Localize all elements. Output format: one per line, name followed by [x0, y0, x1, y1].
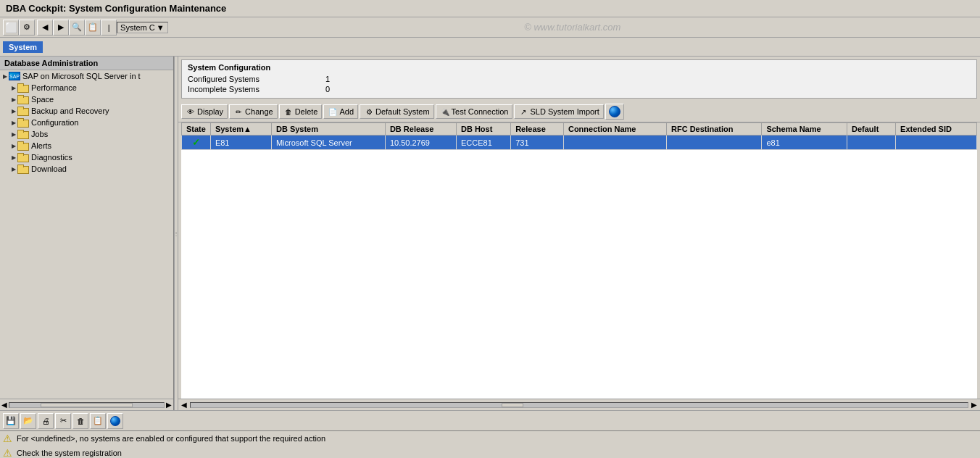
- col-release: Release: [511, 123, 564, 136]
- app-title: DBA Cockpit: System Configuration Mainte…: [6, 3, 226, 14]
- check-icon: ✓: [192, 137, 200, 148]
- col-db-release: DB Release: [385, 123, 456, 136]
- toolbar-btn-4[interactable]: 📋: [85, 20, 101, 36]
- change-icon: ✏: [233, 107, 244, 117]
- col-rfc-dest: RFC Destination: [666, 123, 761, 136]
- system-combo-label: System C: [120, 23, 155, 32]
- bottom-btn-globe[interactable]: [107, 413, 123, 429]
- sidebar-item-sap[interactable]: ▶ SAP SAP on Microsoft SQL Server in t: [0, 70, 173, 82]
- folder-icon-diag: [17, 153, 29, 162]
- add-button[interactable]: 📄 Add: [323, 104, 358, 119]
- toolbar-top: ⬜ ⚙ ◀ ▶ 🔍 📋 | System C ▼ © www.tutorialk…: [0, 17, 980, 38]
- toolbar-btn-2[interactable]: ⚙: [19, 20, 35, 36]
- toolbar-btn-nav2[interactable]: ▶: [53, 20, 69, 36]
- sidebar-item-diagnostics[interactable]: ▶ Diagnostics: [0, 151, 173, 163]
- warning-icon-1: ⚠: [3, 433, 12, 444]
- configured-label: Configured Systems: [188, 75, 318, 83]
- folder-icon-backup: [17, 107, 29, 115]
- content-area: System Configuration Configured Systems …: [178, 57, 980, 410]
- bottom-btn-paste[interactable]: 📋: [90, 413, 106, 429]
- display-icon: 👁: [186, 107, 196, 117]
- col-db-system: DB System: [271, 123, 385, 136]
- sidebar-item-config[interactable]: ▶ Configuration: [0, 117, 173, 128]
- toolbar-btn-3[interactable]: 🔍: [69, 20, 85, 36]
- globe-button[interactable]: [605, 104, 624, 120]
- arrow-icon-space: ▶: [12, 96, 16, 103]
- table-row[interactable]: ✓ E81 Microsoft SQL Server 10.50.2769 EC…: [182, 136, 977, 150]
- delete-button[interactable]: 🗑 Delete: [279, 104, 323, 119]
- default-system-button[interactable]: ⚙ Default System: [360, 104, 434, 119]
- main-layout: Database Administration ▶ SAP SAP on Mic…: [0, 57, 980, 410]
- col-db-host: DB Host: [456, 123, 510, 136]
- change-button[interactable]: ✏ Change: [229, 104, 278, 119]
- toolbar-btn-1[interactable]: ⬜: [3, 20, 19, 36]
- sidebar-item-label-perf: Performance: [31, 83, 77, 92]
- sidebar-item-backup[interactable]: ▶ Backup and Recovery: [0, 105, 173, 117]
- scroll-thumb[interactable]: [502, 403, 523, 407]
- bottom-btn-open[interactable]: 📂: [20, 413, 36, 429]
- sidebar-scroll-left[interactable]: ◀: [1, 401, 7, 409]
- system-combo[interactable]: System C ▼: [117, 22, 168, 33]
- scroll-left-arrow[interactable]: ◀: [180, 401, 188, 409]
- folder-icon-jobs: [17, 130, 29, 138]
- delete-label: Delete: [295, 107, 318, 116]
- cell-system: E81: [210, 136, 271, 150]
- bottom-btn-cut[interactable]: ✂: [55, 413, 71, 429]
- system-combo-arrow[interactable]: ▼: [157, 23, 165, 32]
- sidebar-nav: ▶ SAP SAP on Microsoft SQL Server in t ▶…: [0, 70, 173, 399]
- sidebar-item-performance[interactable]: ▶ Performance: [0, 82, 173, 93]
- change-label: Change: [245, 107, 273, 116]
- arrow-icon-backup: ▶: [12, 108, 16, 114]
- sidebar-item-label-alerts: Alerts: [31, 141, 51, 150]
- sidebar-bottom-scroll: ◀ ▶: [0, 399, 173, 410]
- add-icon: 📄: [328, 107, 338, 117]
- col-schema-name: Schema Name: [762, 123, 847, 136]
- cell-extended-sid: [896, 136, 977, 150]
- folder-icon-alerts: [17, 141, 29, 150]
- bottom-btn-save[interactable]: 💾: [3, 413, 19, 429]
- sidebar-item-alerts[interactable]: ▶ Alerts: [0, 140, 173, 151]
- sidebar-item-label-sap: SAP on Microsoft SQL Server in t: [22, 72, 141, 80]
- status-bar: ⚠ For <undefined>, no systems are enable…: [0, 430, 980, 458]
- test-conn-icon: 🔌: [440, 107, 450, 117]
- sidebar-item-label-backup: Backup and Recovery: [31, 107, 109, 115]
- folder-icon-space: [17, 95, 29, 104]
- sidebar-item-label-config: Configuration: [31, 118, 78, 127]
- sidebar-item-jobs[interactable]: ▶ Jobs: [0, 128, 173, 140]
- toolbar-btn-nav1[interactable]: ◀: [37, 20, 53, 36]
- arrow-icon-alerts: ▶: [12, 143, 16, 149]
- system-tab[interactable]: System: [3, 41, 43, 53]
- warning-icon-2: ⚠: [3, 447, 12, 458]
- sld-import-button[interactable]: ↗ SLD System Import: [514, 104, 603, 119]
- bottom-btn-delete[interactable]: 🗑: [72, 413, 88, 429]
- display-button[interactable]: 👁 Display: [181, 104, 228, 119]
- sidebar-item-space[interactable]: ▶ Space: [0, 93, 173, 105]
- title-bar: DBA Cockpit: System Configuration Mainte…: [0, 0, 980, 17]
- toolbar-btn-5[interactable]: |: [101, 20, 117, 36]
- scroll-track[interactable]: [190, 402, 968, 408]
- config-row-configured: Configured Systems 1: [188, 75, 971, 83]
- content-h-scroll: ◀ ▶: [178, 399, 980, 410]
- status-row-1: ⚠ For <undefined>, no systems are enable…: [0, 431, 980, 446]
- arrow-icon-perf: ▶: [12, 85, 16, 91]
- config-panel: System Configuration Configured Systems …: [181, 59, 977, 99]
- sidebar-scroll-right[interactable]: ▶: [166, 401, 172, 409]
- cell-connection-name: [563, 136, 666, 150]
- cell-db-release: 10.50.2769: [385, 136, 456, 150]
- test-connection-button[interactable]: 🔌 Test Connection: [436, 104, 513, 119]
- scroll-right-arrow[interactable]: ▶: [970, 401, 979, 409]
- table-container[interactable]: State System▲ DB System DB Release DB Ho…: [181, 122, 977, 399]
- cell-schema-name: e81: [762, 136, 847, 150]
- folder-icon-dl: [17, 165, 29, 173]
- sidebar-scroll-thumb[interactable]: [41, 403, 133, 407]
- sidebar-item-download[interactable]: ▶ Download: [0, 163, 173, 175]
- folder-icon-perf: [17, 83, 29, 92]
- arrow-icon-diag: ▶: [12, 154, 16, 161]
- bottom-btn-print[interactable]: 🖨: [38, 413, 54, 429]
- bottom-globe-icon: [110, 416, 120, 426]
- sld-label: SLD System Import: [530, 107, 599, 116]
- test-conn-label: Test Connection: [452, 107, 509, 116]
- cell-default: [847, 136, 896, 150]
- folder-icon-config: [17, 118, 29, 127]
- sidebar-header: Database Administration: [0, 57, 173, 70]
